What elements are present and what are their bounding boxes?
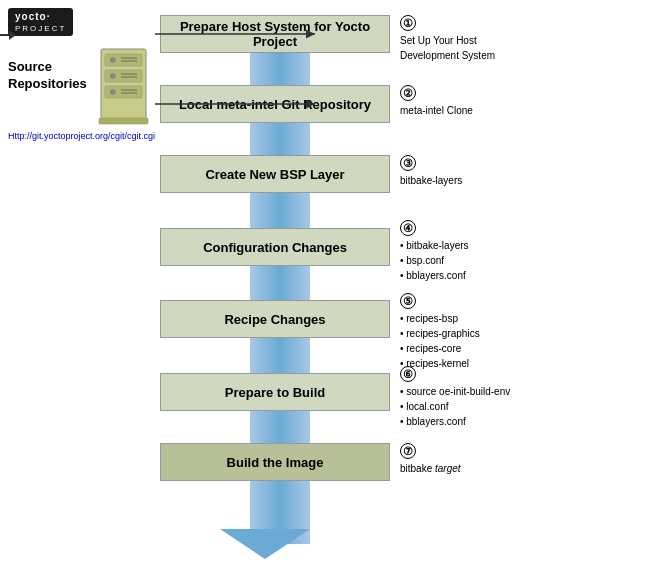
step-3-label: Create New BSP Layer (205, 167, 344, 182)
svg-point-6 (110, 89, 116, 95)
step-6-box: Prepare to Build (160, 373, 390, 411)
step-4-box: Configuration Changes (160, 228, 390, 266)
step-2-label: Local meta-intel Git Repository (179, 97, 371, 112)
step-4-num: ④ (400, 220, 416, 236)
step-1-text: Set Up Your HostDevelopment System (400, 33, 495, 63)
svg-point-5 (110, 73, 116, 79)
logo-text: yocto·PROJECT (15, 11, 66, 33)
step-3-box: Create New BSP Layer (160, 155, 390, 193)
step-2-annotation: ② meta-intel Clone (400, 85, 473, 118)
step-1-box: Prepare Host System for Yocto Project (160, 15, 390, 53)
flow-area: Prepare Host System for Yocto Project ① … (155, 0, 654, 564)
step-7-annotation: ⑦ bitbake target (400, 443, 461, 476)
source-section: SourceRepositories (8, 44, 163, 129)
step-3-num: ③ (400, 155, 416, 171)
step-5-annotation: ⑤ • recipes-bsp• recipes-graphics• recip… (400, 293, 480, 371)
arrow-1 (0, 34, 10, 36)
step-7-num: ⑦ (400, 443, 416, 459)
step-6-num: ⑥ (400, 366, 416, 382)
step-7-box: Build the Image (160, 443, 390, 481)
step-3-annotation: ③ bitbake-layers (400, 155, 462, 188)
step-6-annotation: ⑥ • source oe-init-build-env• local.conf… (400, 366, 510, 429)
step-1-label: Prepare Host System for Yocto Project (161, 19, 389, 49)
step-2-box: Local meta-intel Git Repository (160, 85, 390, 123)
flow-arrow-tip (220, 529, 310, 559)
svg-point-4 (110, 57, 116, 63)
svg-rect-13 (99, 118, 148, 124)
yocto-logo: yocto·PROJECT (8, 8, 73, 36)
server-icon (91, 44, 156, 129)
url-text[interactable]: Http://git.yoctoproject.org/cgit/cgit.cg… (8, 131, 163, 141)
step-4-annotation: ④ • bitbake-layers• bsp.conf• bblayers.c… (400, 220, 469, 283)
step-4-text: • bitbake-layers• bsp.conf• bblayers.con… (400, 238, 469, 283)
step-5-num: ⑤ (400, 293, 416, 309)
step-7-label: Build the Image (227, 455, 324, 470)
step-1-annotation: ① Set Up Your HostDevelopment System (400, 15, 495, 63)
step-1-num: ① (400, 15, 416, 31)
step-5-text: • recipes-bsp• recipes-graphics• recipes… (400, 311, 480, 371)
step-2-num: ② (400, 85, 416, 101)
step-2-text: meta-intel Clone (400, 103, 473, 118)
step-7-text: bitbake target (400, 461, 461, 476)
step-3-text: bitbake-layers (400, 173, 462, 188)
left-panel: yocto·PROJECT SourceRepositories (8, 8, 163, 141)
step-5-box: Recipe Changes (160, 300, 390, 338)
step-4-label: Configuration Changes (203, 240, 347, 255)
step-5-label: Recipe Changes (224, 312, 325, 327)
step-6-text: • source oe-init-build-env• local.conf• … (400, 384, 510, 429)
source-label: SourceRepositories (8, 59, 87, 93)
step-6-label: Prepare to Build (225, 385, 325, 400)
